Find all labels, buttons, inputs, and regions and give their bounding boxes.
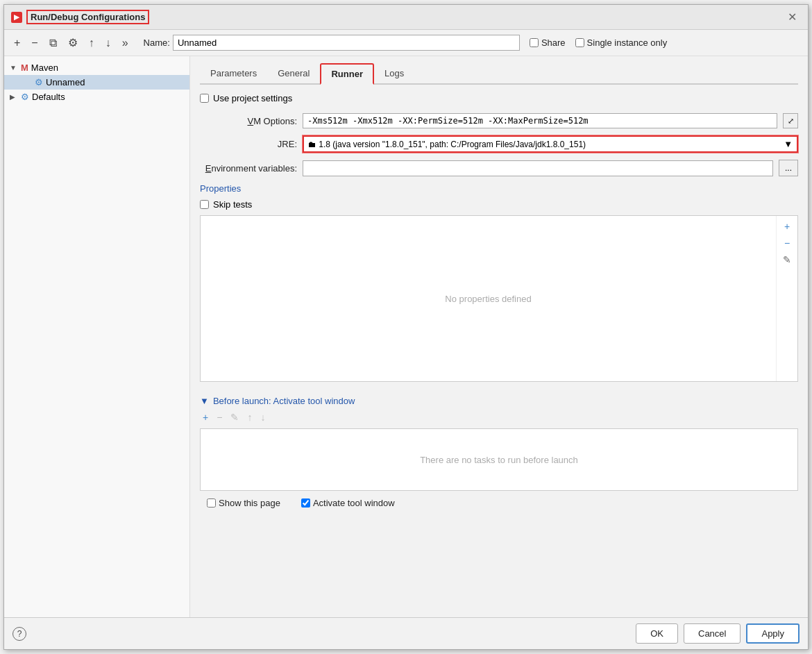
move-down-button[interactable]: ↓ [101, 34, 115, 52]
footer-buttons: OK Cancel Apply [636, 623, 800, 644]
properties-empty-label: No properties defined [201, 216, 776, 381]
add-config-button[interactable]: + [10, 34, 24, 52]
use-project-settings-checkbox[interactable] [200, 94, 209, 103]
properties-section: Properties Skip tests No properties defi… [200, 183, 798, 382]
tab-parameters[interactable]: Parameters [200, 63, 267, 85]
tab-general-label: General [278, 68, 310, 78]
title-bar-left: ▶ Run/Debug Configurations [11, 10, 149, 24]
before-launch-label: Before launch: Activate tool window [213, 396, 355, 406]
remove-config-button[interactable]: − [27, 34, 42, 52]
unnamed-config-icon: ⚙ [35, 77, 43, 87]
env-vars-browse-button[interactable]: ... [779, 160, 798, 176]
apply-button[interactable]: Apply [746, 623, 800, 644]
close-button[interactable]: ✕ [784, 9, 801, 25]
jre-label: JRE: [200, 139, 297, 149]
env-vars-input[interactable] [303, 160, 773, 176]
move-up-button[interactable]: ↑ [85, 34, 99, 52]
tab-runner[interactable]: Runner [320, 63, 374, 85]
before-launch-chevron[interactable]: ▼ [200, 396, 209, 406]
show-this-page-checkbox[interactable] [207, 498, 216, 508]
ok-button[interactable]: OK [636, 623, 678, 644]
activate-tool-window-checkbox[interactable] [301, 498, 310, 508]
more-button[interactable]: » [118, 34, 133, 52]
share-checkbox[interactable] [530, 38, 539, 47]
config-name-input[interactable] [173, 35, 520, 51]
share-label: Share [541, 37, 566, 48]
skip-tests-row: Skip tests [200, 199, 798, 210]
single-instance-checkbox-label[interactable]: Single instance only [575, 37, 668, 48]
properties-area: No properties defined + − ✎ [200, 215, 798, 382]
app-icon: ▶ [11, 12, 22, 23]
tab-logs-label: Logs [384, 68, 404, 78]
toolbar: + − ⧉ ⚙ ↑ ↓ » Name: Share Single instanc… [4, 30, 808, 56]
help-button[interactable]: ? [12, 627, 26, 641]
sidebar-maven-label: Maven [31, 62, 58, 73]
dialog-window: ▶ Run/Debug Configurations ✕ + − ⧉ ⚙ ↑ ↓… [3, 4, 809, 650]
sidebar-item-maven[interactable]: ▼ M Maven [4, 60, 189, 75]
copy-config-button[interactable]: ⧉ [45, 34, 61, 52]
title-bar: ▶ Run/Debug Configurations ✕ [4, 5, 808, 30]
jre-value: 🖿 1.8 (java version "1.8.0_151", path: C… [308, 140, 586, 149]
properties-edit-button[interactable]: ✎ [779, 252, 795, 267]
sidebar: ▼ M Maven ⚙ Unnamed ▶ ⚙ Defaults [4, 56, 190, 617]
settings-button[interactable]: ⚙ [64, 33, 82, 52]
tab-bar: Parameters General Runner Logs [200, 63, 798, 85]
before-launch-edit-button[interactable]: ✎ [228, 410, 242, 424]
use-project-settings-row: Use project settings [200, 93, 798, 103]
maven-icon: M [21, 62, 28, 73]
chevron-right-icon: ▶ [10, 93, 18, 101]
before-launch-section: ▼ Before launch: Activate tool window + … [200, 396, 798, 498]
before-launch-empty-label: There are no tasks to run before launch [420, 455, 578, 465]
jre-row: JRE: 🖿 1.8 (java version "1.8.0_151", pa… [200, 135, 798, 153]
env-vars-row: Environment variables: ... [200, 160, 798, 176]
sidebar-unnamed-label: Unnamed [46, 77, 85, 87]
activate-tool-window-label[interactable]: Activate tool window [301, 498, 395, 508]
share-checkbox-label[interactable]: Share [530, 37, 566, 48]
single-instance-label: Single instance only [587, 37, 668, 48]
jre-dropdown[interactable]: 🖿 1.8 (java version "1.8.0_151", path: C… [303, 135, 798, 153]
before-launch-header: ▼ Before launch: Activate tool window [200, 396, 798, 406]
bottom-options: Show this page Activate tool window [200, 498, 798, 508]
sidebar-item-unnamed[interactable]: ⚙ Unnamed [4, 75, 189, 90]
jre-dropdown-arrow: ▼ [784, 139, 793, 149]
properties-add-button[interactable]: + [779, 219, 795, 234]
env-vars-label: Environment variables: [200, 163, 297, 174]
skip-tests-checkbox[interactable] [200, 200, 209, 209]
sidebar-item-defaults[interactable]: ▶ ⚙ Defaults [4, 90, 189, 104]
properties-header: Properties [200, 183, 798, 194]
vm-options-input[interactable] [303, 113, 777, 128]
tab-runner-label: Runner [331, 69, 363, 79]
tab-general[interactable]: General [267, 63, 320, 85]
vm-options-label: VM Options: [200, 116, 297, 126]
before-launch-add-button[interactable]: + [200, 410, 211, 424]
show-this-page-text: Show this page [219, 498, 280, 508]
show-this-page-label[interactable]: Show this page [207, 498, 280, 508]
properties-remove-button[interactable]: − [779, 235, 795, 251]
before-launch-tasks-area: There are no tasks to run before launch [200, 428, 798, 491]
footer: ? OK Cancel Apply [4, 617, 808, 649]
tab-parameters-label: Parameters [210, 68, 257, 78]
use-project-settings-label: Use project settings [213, 93, 292, 103]
tab-logs[interactable]: Logs [374, 63, 414, 85]
name-label: Name: [144, 37, 170, 48]
single-instance-checkbox[interactable] [575, 38, 584, 47]
vm-options-expand-button[interactable]: ⤢ [783, 113, 798, 128]
cancel-button[interactable]: Cancel [684, 623, 741, 644]
vm-options-row: VM Options: ⤢ [200, 113, 798, 128]
dialog-title: Run/Debug Configurations [26, 10, 149, 24]
before-launch-down-button[interactable]: ↓ [257, 410, 268, 424]
before-launch-remove-button[interactable]: − [214, 410, 225, 424]
skip-tests-label: Skip tests [213, 199, 252, 210]
before-launch-toolbar: + − ✎ ↑ ↓ [200, 410, 798, 424]
activate-tool-window-text: Activate tool window [313, 498, 395, 508]
before-launch-up-button[interactable]: ↑ [244, 410, 255, 424]
properties-actions: + − ✎ [776, 216, 797, 381]
main-content: ▼ M Maven ⚙ Unnamed ▶ ⚙ Defaults Par [4, 56, 808, 617]
chevron-down-icon: ▼ [10, 64, 18, 72]
right-panel: Parameters General Runner Logs Use proje… [190, 56, 808, 617]
footer-left: ? [12, 627, 26, 641]
sidebar-defaults-label: Defaults [32, 92, 65, 102]
defaults-icon: ⚙ [21, 92, 29, 102]
